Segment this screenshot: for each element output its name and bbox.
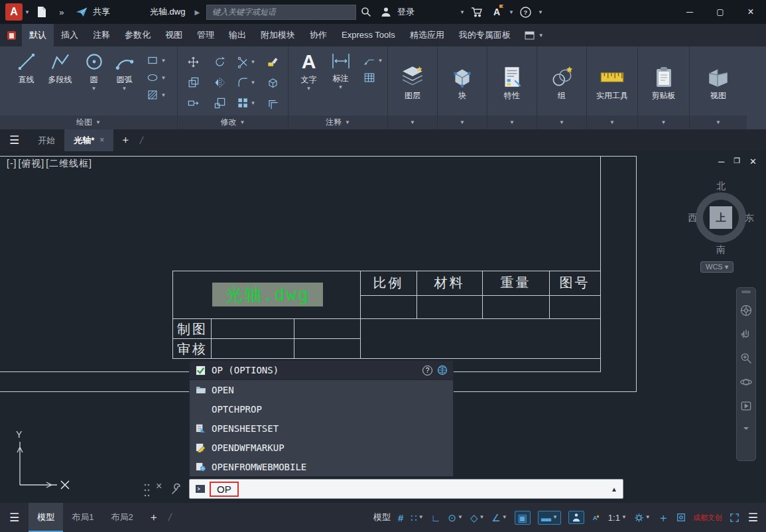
file-tabs-menu-icon[interactable]: ☰ [9,133,19,147]
arc-dropdown-icon[interactable]: ▼ [122,86,127,92]
layout-tab-layout1[interactable]: 布局1 [63,503,102,532]
isolate-objects-icon[interactable] [676,513,686,522]
annotation-panel-title[interactable]: 注释▼ [288,115,387,129]
file-tab-start[interactable]: 开始 [29,129,64,151]
properties-panel-caret-icon[interactable]: ▼ [509,119,515,125]
file-tab-close-icon[interactable]: × [99,129,104,151]
tab-default[interactable]: 默认 [22,24,54,46]
viewport-controls-button[interactable]: [-] [7,158,17,168]
trim-dropdown-icon[interactable]: ▼ [251,59,256,65]
rectangle-tool[interactable]: ▼ [147,54,166,66]
leader-tool[interactable]: ▼ [363,54,383,66]
box-tool[interactable] [267,76,279,89]
annotation-visibility-icon[interactable] [568,511,584,524]
block-button[interactable]: 块 [438,46,487,115]
autocomplete-item[interactable]: OPENSHEETSET [190,419,453,438]
annotation-panel-caret-icon[interactable]: ▼ [345,119,350,125]
show-motion-icon[interactable] [739,399,753,413]
tab-view[interactable]: 视图 [158,24,190,46]
clean-screen-icon[interactable] [730,513,739,523]
drawing-canvas[interactable]: [-][俯视][二维线框] ─ ❐ ✕ 光轴.dwg 比例 材料 重量 图号 [0,151,766,503]
groups-panel-expand[interactable]: ▼ [537,115,586,129]
circle-dropdown-icon[interactable]: ▼ [92,86,97,92]
view-button[interactable]: 视图 [690,46,747,115]
maximize-button[interactable]: ▢ [705,0,735,24]
tab-my-panel[interactable]: 我的专属面板 [452,24,518,46]
lineweight-caret-icon[interactable]: ▼ [552,515,558,520]
internet-search-icon[interactable] [437,365,448,375]
autocomplete-item[interactable]: OPTCHPROP [190,399,453,419]
model-space-button[interactable]: 模型 [373,511,391,523]
pan-hand-icon[interactable] [739,328,753,341]
clipboard-panel-caret-icon[interactable]: ▼ [661,119,667,125]
search-box[interactable] [206,5,356,20]
command-settings-wrench-icon[interactable] [170,482,184,496]
draw-panel-title[interactable]: 绘图▼ [0,115,177,129]
polar-tracking-icon[interactable]: ⊙▼ [448,513,463,523]
autocomplete-item[interactable]: OP (OPTIONS) ? [190,361,453,380]
viewcube-west[interactable]: 西 [688,212,697,224]
viewcube-north[interactable]: 北 [690,180,752,192]
tab-featured-apps[interactable]: 精选应用 [403,24,452,46]
search-input[interactable] [212,7,350,17]
command-help-icon[interactable]: ? [422,366,432,375]
search-arrow-icon[interactable]: ▶ [194,9,200,16]
viewport-minimize-icon[interactable]: ─ [718,157,724,166]
layers-button[interactable]: 图层 [388,46,437,115]
ribbon-display-toggle[interactable]: ▼ [525,24,546,46]
view-panel-expand[interactable]: ▼ [690,115,747,129]
hatch-dropdown-icon[interactable]: ▼ [161,92,166,98]
layout-menu-icon[interactable]: ☰ [9,511,19,525]
quick-access-expand-icon[interactable]: » [54,4,70,20]
tab-addins[interactable]: 附加模块 [253,24,302,46]
workspace-caret-icon[interactable]: ▼ [645,515,651,520]
scale-caret-icon[interactable]: ▼ [621,515,627,520]
rotate-tool[interactable] [214,56,226,68]
autocomplete-item[interactable]: OPEN [190,380,453,399]
move-tool[interactable] [187,56,200,68]
polar-caret-icon[interactable]: ▼ [458,515,463,520]
login-caret-icon[interactable]: ▼ [460,9,465,15]
array-tool[interactable]: ▼ [237,97,256,109]
tab-annotate[interactable]: 注释 [86,24,117,46]
file-tab-drawing[interactable]: 光轴* × [64,129,113,151]
utilities-panel-expand[interactable]: ▼ [587,115,637,129]
object-snap-tracking-icon[interactable]: ∠▼ [491,513,507,523]
text-tool[interactable]: A 文字 ▼ [293,51,325,115]
command-typed-text[interactable]: OP [210,482,239,497]
command-drag-grip[interactable] [143,482,150,498]
block-panel-caret-icon[interactable]: ▼ [460,119,465,125]
annotation-scale-button[interactable]: 1:1▼ [608,513,627,522]
zoom-icon[interactable] [739,352,753,365]
osnap-tracking-caret-icon[interactable]: ▼ [502,515,507,520]
share-button[interactable]: 共享 [93,6,110,18]
offset-tool[interactable] [267,97,279,109]
new-file-tab-button[interactable]: ＋ [120,133,131,147]
ellipse-tool[interactable]: ▼ [147,72,166,84]
isodraft-toggle-icon[interactable]: ◇▼ [470,513,484,523]
tab-manage[interactable]: 管理 [190,24,222,46]
command-history-toggle-icon[interactable]: ▲ [611,486,617,493]
text-dropdown-icon[interactable]: ▼ [306,86,312,92]
layout-tab-layout2[interactable]: 布局2 [102,503,141,532]
trim-tool[interactable]: ▼ [237,56,256,68]
autoscale-icon[interactable]: A [592,513,601,522]
navbar-handle[interactable] [741,291,751,293]
ortho-toggle-icon[interactable]: ∟ [431,513,441,523]
snap-caret-icon[interactable]: ▼ [418,515,424,520]
navbar-more-icon[interactable] [741,423,751,434]
command-close-icon[interactable]: × [156,480,162,492]
tab-output[interactable]: 输出 [222,24,253,46]
modify-panel-title[interactable]: 修改▼ [178,115,288,129]
wcs-menu[interactable]: WCS ▾ [700,261,734,273]
clipboard-button[interactable]: 剪贴板 [638,46,689,115]
block-panel-expand[interactable]: ▼ [438,115,487,129]
polyline-tool[interactable]: 多段线 [42,51,79,115]
viewport-restore-icon[interactable]: ❐ [734,157,740,166]
login-button[interactable]: 登录 [397,6,415,18]
fillet-dropdown-icon[interactable]: ▼ [251,80,256,86]
search-icon[interactable] [358,4,374,20]
viewcube-east[interactable]: 东 [745,212,754,224]
new-drawing-icon[interactable] [34,4,50,20]
erase-tool[interactable] [267,56,279,68]
